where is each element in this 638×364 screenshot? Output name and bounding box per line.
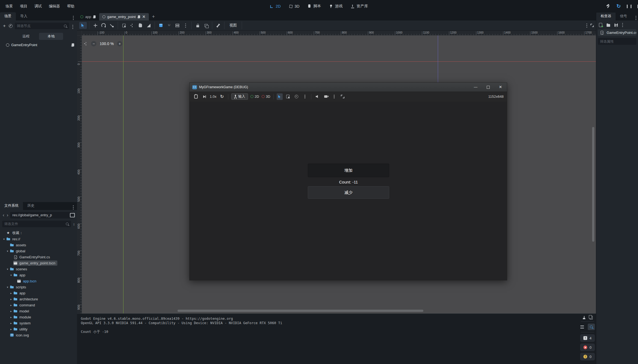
tree-item[interactable]: GameEntryPoint.cs [0,254,77,260]
warning-count-badge[interactable]: !0 [580,353,595,360]
load-resource-icon[interactable] [607,24,610,27]
pick-list-button[interactable] [285,93,291,100]
closed-arrow-icon[interactable]: ▸ [9,310,13,313]
sort-files-icon[interactable]: ↕ [73,222,75,226]
decrease-button[interactable]: 减少 [308,186,389,199]
rotate-tool-button[interactable] [100,22,107,29]
tree-item[interactable]: ▾app [0,272,77,278]
history-forward-icon[interactable]: › [6,213,9,217]
increase-button[interactable]: 增加 [308,164,389,177]
tree-item[interactable]: game_entry_point.tscn [0,260,77,266]
closed-arrow-icon[interactable]: ▸ [9,292,13,295]
history-back-icon[interactable]: ‹ [2,213,5,217]
menu-editor[interactable]: 编辑器 [46,3,63,10]
split-mode-icon[interactable] [70,213,75,217]
edited-object-row[interactable]: GameEntryPoint.cs [598,29,636,36]
tree-item[interactable]: ▸utility [0,326,77,332]
copy-output-icon[interactable] [590,316,593,319]
next-frame-button[interactable] [201,93,207,100]
scene-dock-menu-icon[interactable] [72,25,73,26]
tree-item[interactable]: 收藏： [0,230,77,236]
save-resource-icon[interactable] [615,23,618,27]
property-filter-input[interactable] [598,38,636,45]
instance-scene-icon[interactable] [9,24,13,28]
close-tab-icon[interactable]: ✕ [142,14,146,19]
select-tool-button[interactable] [79,22,87,29]
workspace-script[interactable]: 脚本 [308,4,321,9]
smart-snap-button[interactable] [157,22,165,29]
tree-item[interactable]: icon.svg [0,332,77,338]
game-window[interactable]: MyGFrameworkGame (DEBUG) — ✕ 1.0x ↺ 输入 2… [189,82,507,280]
lock-node-button[interactable] [194,22,202,29]
tree-item[interactable]: ▸architecture [0,296,77,302]
group-node-button[interactable] [202,22,210,29]
tab-scene-dock[interactable]: 场景 [0,12,16,20]
tree-item[interactable]: assets [0,242,77,248]
tab-filesystem[interactable]: 文件系统 [0,202,23,210]
expand-viewport-icon[interactable] [590,24,594,27]
dock-menu-icon[interactable] [73,16,74,17]
attached-script-icon[interactable] [72,43,74,47]
clear-output-icon[interactable] [583,316,586,319]
workspace-3d[interactable]: 3D [289,4,300,8]
mute-audio-button[interactable] [314,93,320,100]
open-arrow-icon[interactable]: ▾ [5,268,10,271]
error-count-badge[interactable]: ✕0 [580,344,595,351]
grid-snap-button[interactable]: ∩ [165,22,173,29]
scale-tool-button[interactable] [108,22,116,29]
speed-multiplier-label[interactable]: 1.0x [210,94,217,99]
pause-icon[interactable] [627,5,631,8]
tree-item[interactable]: ▾global [0,248,77,254]
skeleton-options-button[interactable] [214,22,222,29]
filesystem-menu-icon[interactable] [73,205,74,206]
3d-mode-button[interactable]: 3D [262,95,270,99]
closed-arrow-icon[interactable]: ▸ [9,304,13,307]
node-filter-input[interactable] [15,23,69,29]
camera-options-menu[interactable] [331,93,337,100]
zoom-percent-label[interactable]: 100.0 % [100,42,114,46]
tree-item[interactable]: ▾res:// [0,236,77,242]
menu-project[interactable]: 项目 [17,3,30,10]
resource-options-icon[interactable] [622,23,623,24]
file-filter-input[interactable] [2,221,71,227]
list-select-button[interactable] [120,22,128,29]
horizontal-scrollbar[interactable] [178,310,423,312]
open-arrow-icon[interactable]: ▾ [9,274,13,277]
snap-config-button[interactable] [173,22,181,29]
view-menu-button[interactable]: 视图 [227,22,240,29]
tree-item[interactable]: ▸module [0,314,77,320]
add-node-button[interactable]: + [2,23,7,29]
open-arrow-icon[interactable]: ▾ [2,238,6,241]
pick-node-button[interactable] [277,93,283,100]
search-output-button[interactable] [588,324,595,330]
close-window-icon[interactable]: ✕ [499,85,502,89]
menu-debug[interactable]: 调试 [32,3,45,10]
2d-mode-button[interactable]: 2D [250,95,259,99]
open-arrow-icon[interactable]: ▾ [5,286,10,289]
tree-item[interactable]: ▸model [0,308,77,314]
closed-arrow-icon[interactable]: ▸ [9,316,13,319]
new-scene-tab-button[interactable]: + [149,14,158,20]
menu-help[interactable]: 帮助 [64,3,77,10]
game-window-titlebar[interactable]: MyGFrameworkGame (DEBUG) — ✕ [190,83,507,91]
tree-item[interactable]: ▸app [0,290,77,296]
closed-arrow-icon[interactable]: ▸ [9,328,13,331]
maximize-icon[interactable] [487,86,490,89]
tree-item[interactable]: app.tscn [0,278,77,284]
reset-speed-button[interactable]: ↺ [219,93,225,100]
tab-history[interactable]: 历史 [23,202,39,210]
camera-override-button[interactable] [323,93,329,100]
message-count-badge[interactable]: !4 [580,334,595,342]
menu-scene[interactable]: 场景 [3,3,16,10]
closed-arrow-icon[interactable]: ▸ [9,298,13,301]
restart-icon[interactable]: ↻ [616,4,621,8]
tab-signals[interactable]: 信号 [616,13,631,20]
move-tool-button[interactable] [91,22,99,29]
tree-item[interactable]: ▾scripts [0,284,77,290]
ruler-tool-button[interactable] [145,22,152,29]
suspend-button[interactable] [193,93,199,100]
workspace-game[interactable]: 游戏 [329,4,342,9]
input-mode-button[interactable]: 输入 [231,93,248,100]
pick-mode-button[interactable] [294,93,300,100]
remote-button[interactable]: 远程 [14,33,38,40]
